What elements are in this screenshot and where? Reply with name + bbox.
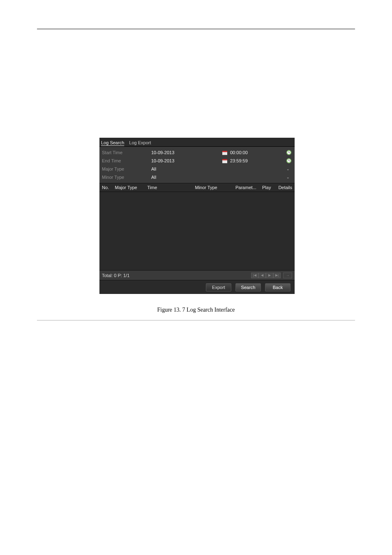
page-prev-button[interactable]: ◀ bbox=[258, 273, 266, 278]
row-minor-type: Minor Type All ⌄ bbox=[99, 173, 295, 181]
minor-type-select[interactable]: All bbox=[151, 175, 286, 180]
tab-log-search[interactable]: Log Search bbox=[100, 139, 128, 146]
label-major-type: Major Type bbox=[102, 166, 151, 171]
col-details: Details bbox=[278, 185, 292, 190]
back-button[interactable]: Back bbox=[265, 283, 291, 291]
col-play: Play bbox=[262, 185, 278, 190]
page-last-button[interactable]: ▶| bbox=[273, 273, 281, 278]
calendar-icon[interactable] bbox=[222, 159, 228, 163]
chevron-down-icon[interactable]: ⌄ bbox=[286, 167, 292, 171]
pager: |◀ ◀ ▶ ▶| → bbox=[251, 273, 292, 278]
major-type-select[interactable]: All bbox=[151, 166, 286, 171]
chevron-down-icon[interactable]: ⌄ bbox=[286, 175, 292, 179]
label-start-time: Start Time bbox=[102, 150, 151, 155]
search-button[interactable]: Search bbox=[235, 283, 261, 291]
log-search-panel: Log Search Log Export Start Time 10-09-2… bbox=[99, 138, 295, 294]
row-end-time: End Time 10-09-2013 23:59:59 bbox=[99, 157, 295, 165]
start-date-field[interactable]: 10-09-2013 bbox=[151, 150, 222, 155]
col-param: Paramet... bbox=[235, 185, 262, 190]
totals-bar: Total: 0 P: 1/1 |◀ ◀ ▶ ▶| → bbox=[99, 270, 295, 280]
col-major: Major Type bbox=[115, 185, 148, 190]
page-first-button[interactable]: |◀ bbox=[251, 273, 258, 278]
table-header: No. Major Type Time Minor Type Paramet..… bbox=[99, 183, 295, 192]
svg-rect-1 bbox=[222, 151, 227, 152]
end-date-field[interactable]: 10-09-2013 bbox=[151, 158, 222, 163]
col-no: No. bbox=[102, 185, 115, 190]
calendar-icon[interactable] bbox=[222, 150, 228, 155]
search-form: Start Time 10-09-2013 00:00:00 End Time … bbox=[99, 147, 295, 183]
clock-icon[interactable] bbox=[286, 150, 292, 155]
svg-rect-11 bbox=[222, 159, 227, 160]
totals-text: Total: 0 P: 1/1 bbox=[102, 273, 129, 278]
col-minor: Minor Type bbox=[195, 185, 235, 190]
table-body-empty bbox=[99, 192, 295, 270]
page-divider bbox=[37, 320, 355, 321]
results-table: No. Major Type Time Minor Type Paramet..… bbox=[99, 183, 295, 270]
button-bar: Export Search Back bbox=[99, 280, 295, 294]
export-button[interactable]: Export bbox=[206, 283, 231, 291]
label-minor-type: Minor Type bbox=[102, 175, 151, 180]
label-end-time: End Time bbox=[102, 158, 151, 163]
page-jump-button[interactable]: → bbox=[283, 273, 292, 278]
page-next-button[interactable]: ▶ bbox=[266, 273, 273, 278]
row-major-type: Major Type All ⌄ bbox=[99, 165, 295, 173]
start-time-field[interactable]: 00:00:00 bbox=[228, 150, 277, 155]
tabbar: Log Search Log Export bbox=[99, 138, 295, 147]
clock-icon[interactable] bbox=[286, 158, 292, 163]
row-start-time: Start Time 10-09-2013 00:00:00 bbox=[99, 148, 295, 157]
page-top-rule bbox=[37, 29, 355, 29]
end-time-field[interactable]: 23:59:59 bbox=[228, 158, 277, 163]
tab-log-export[interactable]: Log Export bbox=[128, 139, 155, 146]
figure-caption: Figure 13. 7 Log Search Interface bbox=[0, 307, 392, 313]
col-time: Time bbox=[147, 185, 195, 190]
